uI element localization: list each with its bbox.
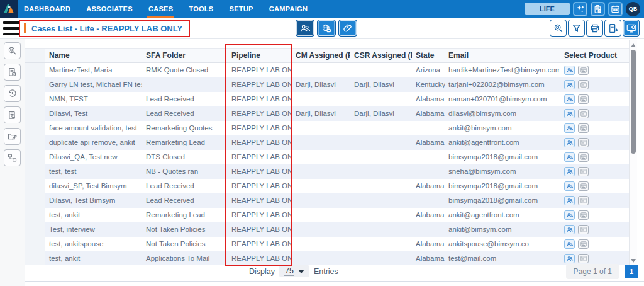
header-pipeline[interactable]: Pipeline	[228, 51, 292, 60]
header-cm-assigned[interactable]: CM Assigned (P)	[292, 51, 350, 60]
table-row[interactable]: test, ankit Remarketing Lead REAPPLY LAB…	[25, 208, 629, 222]
form-icon[interactable]	[578, 66, 589, 75]
form-icon[interactable]	[578, 109, 589, 118]
quote-people-icon[interactable]	[564, 210, 575, 220]
quote-people-icon[interactable]	[564, 138, 575, 147]
form-icon[interactable]	[578, 225, 589, 234]
cell-name[interactable]: test, ankit	[45, 251, 142, 265]
quote-people-icon[interactable]	[564, 152, 575, 162]
cell-name[interactable]: Garry LN test, Michael FN test	[45, 77, 142, 92]
cell-name[interactable]: test, ankit	[45, 208, 142, 222]
qb-badge[interactable]: QB	[626, 2, 640, 16]
quote-people-icon[interactable]	[564, 94, 575, 104]
table-row[interactable]: test, ankit Applications To Mail REAPPLY…	[25, 251, 629, 265]
cell-name[interactable]: NMN, TEST	[45, 92, 142, 106]
header-state[interactable]: State	[412, 51, 445, 60]
header-email[interactable]: Email	[445, 51, 560, 60]
page-info-button[interactable]: Page 1 of 1	[566, 264, 619, 279]
app-logo[interactable]	[0, 0, 18, 18]
table-row[interactable]: test, test NB - Quotes ran REAPPLY LAB O…	[25, 164, 629, 179]
scroll-down-icon[interactable]	[631, 259, 636, 263]
export-button[interactable]	[604, 20, 621, 37]
table-row[interactable]: Dilasvi, Test Bimsym Lead Received REAPP…	[25, 193, 629, 208]
cell-name[interactable]: Test, interview	[45, 222, 142, 237]
quote-people-icon[interactable]	[564, 80, 575, 89]
sidebar-document-add-button[interactable]	[4, 64, 21, 81]
sidebar-search-button[interactable]	[4, 42, 21, 59]
vertical-scrollbar[interactable]	[629, 40, 637, 266]
table-row[interactable]: dilasvi_SP, Test Bimsym Lead Received RE…	[25, 179, 629, 193]
quote-people-icon[interactable]	[564, 196, 575, 205]
sparkles-button[interactable]	[573, 2, 587, 16]
form-icon[interactable]	[578, 152, 589, 162]
filter-button[interactable]	[568, 20, 585, 37]
form-icon[interactable]	[578, 80, 589, 89]
cell-name[interactable]: Dilasvi, Test	[45, 106, 142, 121]
associates-view-button[interactable]	[296, 20, 314, 37]
table-row[interactable]: NMN, TEST Lead Received REAPPLY LAB ONLY…	[25, 92, 629, 106]
sidebar-history-button[interactable]	[4, 85, 21, 102]
cell-name[interactable]: test, ankitspouse	[45, 237, 142, 251]
scrollbar-thumb[interactable]	[631, 50, 636, 154]
scroll-up-icon[interactable]	[631, 43, 636, 47]
print-button[interactable]	[586, 20, 603, 37]
nav-item-tools[interactable]: TOOLS	[189, 0, 213, 18]
hamburger-menu-icon[interactable]	[3, 21, 20, 35]
quote-people-icon[interactable]	[564, 254, 575, 263]
nav-item-dashboard[interactable]: DASHBOARD	[24, 0, 70, 18]
table-row[interactable]: face amount validation, test Remarketing…	[25, 121, 629, 135]
sidebar-document-search-button[interactable]	[4, 106, 21, 123]
table-row[interactable]: test, ankitspouse Not Taken Policies REA…	[25, 237, 629, 251]
quote-people-icon[interactable]	[564, 181, 575, 191]
sidebar-folder-edit-button[interactable]	[4, 128, 21, 145]
form-icon[interactable]	[578, 167, 589, 176]
header-select-product[interactable]: Select Product	[560, 51, 629, 60]
quote-people-icon[interactable]	[564, 167, 575, 176]
cell-name[interactable]: dilasvi_SP, Test Bimsym	[45, 179, 142, 193]
display-count-select[interactable]: 75	[279, 265, 309, 277]
form-icon[interactable]	[578, 196, 589, 205]
table-row[interactable]: MartinezTest, Maria RMK Quote Closed REA…	[25, 63, 629, 77]
page-1-button[interactable]: 1	[625, 265, 638, 278]
quote-people-icon[interactable]	[564, 225, 575, 234]
row-spacer	[25, 121, 45, 135]
cell-name[interactable]: test, test	[45, 164, 142, 179]
nav-item-associates[interactable]: ASSOCIATES	[86, 0, 133, 18]
form-icon[interactable]	[578, 123, 589, 133]
quote-people-icon[interactable]	[564, 239, 575, 249]
table-row[interactable]: Garry LN test, Michael FN test REAPPLY L…	[25, 77, 629, 92]
header-sfa-folder[interactable]: SFA Folder	[142, 51, 228, 60]
form-icon[interactable]	[578, 239, 589, 249]
nav-item-cases[interactable]: CASES	[148, 0, 173, 18]
header-name[interactable]: Name	[45, 51, 142, 60]
globe-lock-button[interactable]	[317, 20, 336, 37]
cell-name[interactable]: face amount validation, test	[45, 121, 142, 135]
form-icon[interactable]	[578, 181, 589, 191]
table-row[interactable]: Test, interview Not Taken Policies REAPP…	[25, 222, 629, 237]
form-icon[interactable]	[578, 94, 589, 104]
nav-item-campaign[interactable]: CAMPAIGN	[269, 0, 308, 18]
quote-people-icon[interactable]	[564, 123, 575, 133]
table-row[interactable]: duplicate api remove, ankit Remarketing …	[25, 135, 629, 150]
nav-item-setup[interactable]: SETUP	[230, 0, 253, 18]
cell-name[interactable]: MartinezTest, Maria	[45, 63, 142, 77]
quote-people-icon[interactable]	[564, 66, 575, 75]
search-button[interactable]	[550, 20, 567, 37]
clipboard-add-button[interactable]	[591, 2, 605, 16]
cell-name[interactable]: Dilasvi, Test Bimsym	[45, 193, 142, 208]
table-row[interactable]: Dilasvi_QA, Test new DTS Closed REAPPLY …	[25, 150, 629, 164]
sidebar-workflow-button[interactable]	[4, 149, 21, 166]
life-mode-button[interactable]: LIFE	[525, 3, 570, 15]
cell-name[interactable]: Dilasvi_QA, Test new	[45, 150, 142, 164]
header-csr-assigned[interactable]: CSR Assigned (P)	[350, 51, 412, 60]
cell-cm-assigned	[292, 150, 350, 164]
form-icon[interactable]	[578, 254, 589, 263]
form-icon[interactable]	[578, 138, 589, 147]
form-icon[interactable]	[578, 210, 589, 220]
cell-name[interactable]: duplicate api remove, ankit	[45, 135, 142, 150]
quote-people-icon[interactable]	[564, 109, 575, 118]
calendar-button[interactable]	[608, 2, 623, 16]
attachment-button[interactable]	[338, 20, 357, 37]
table-row[interactable]: Dilasvi, Test Lead Received REAPPLY LAB …	[25, 106, 629, 121]
settings-monitor-button[interactable]	[623, 20, 640, 37]
